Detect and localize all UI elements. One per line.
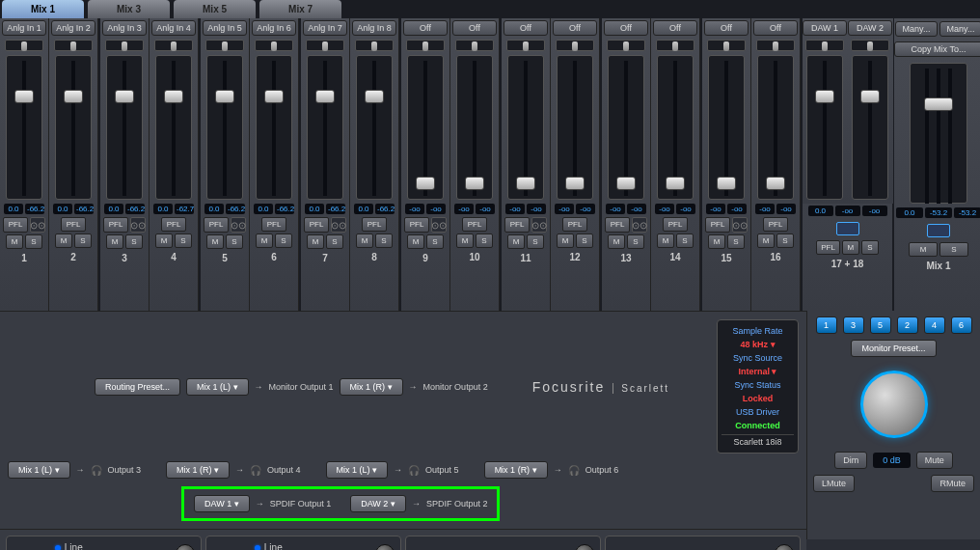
mute-button[interactable]: Mute	[916, 452, 953, 469]
channel-source[interactable]: Anlg In 5	[203, 20, 247, 36]
channel-source[interactable]: Anlg In 8	[352, 20, 396, 36]
pfl-button[interactable]: PFL	[3, 217, 28, 233]
fader[interactable]	[155, 55, 192, 200]
mute-button[interactable]: M	[657, 234, 674, 248]
pfl-button[interactable]: PFL	[705, 217, 730, 233]
pfl-button[interactable]: PFL	[663, 217, 688, 232]
mute-button[interactable]: M	[557, 234, 574, 248]
stereo-link[interactable]: ⊙⊙	[431, 217, 447, 233]
monitor-preset[interactable]: 5	[870, 316, 891, 334]
pan-slider[interactable]	[756, 40, 795, 51]
monitor-preset[interactable]: 6	[951, 316, 972, 334]
channel-source[interactable]: Off	[452, 20, 497, 36]
pan-slider[interactable]	[5, 40, 43, 51]
pan-slider[interactable]	[105, 40, 144, 51]
pfl-button[interactable]: PFL	[605, 217, 630, 233]
pfl-button[interactable]: PFL	[763, 217, 788, 232]
pan-slider[interactable]	[154, 40, 193, 51]
channel-source[interactable]: Anlg In 3	[102, 20, 147, 36]
fader[interactable]	[708, 55, 745, 200]
pad-knob[interactable]	[575, 544, 594, 550]
channel-source[interactable]: Off	[753, 20, 798, 36]
routing-preset-button[interactable]: Routing Preset...	[95, 378, 180, 396]
solo-button[interactable]: S	[226, 234, 243, 249]
monitor-preset[interactable]: 1	[816, 316, 837, 334]
route-source[interactable]: Mix 1 (R) ▾	[484, 461, 548, 479]
route-source[interactable]: Mix 1 (L) ▾	[8, 461, 70, 479]
pan-slider[interactable]	[556, 40, 594, 51]
pan-slider[interactable]	[406, 40, 445, 51]
pan-slider[interactable]	[851, 40, 889, 51]
pfl-button[interactable]: PFL	[504, 217, 530, 233]
mute-button[interactable]: M	[456, 234, 474, 248]
output-select[interactable]: Many...	[895, 21, 938, 37]
pfl-button[interactable]: PFL	[562, 217, 587, 232]
mix-tab[interactable]: Mix 3	[88, 0, 170, 18]
pan-slider[interactable]	[707, 40, 746, 51]
fader[interactable]	[256, 55, 292, 200]
fader[interactable]	[55, 55, 92, 200]
monitor-preset[interactable]: 4	[924, 316, 945, 334]
fader[interactable]	[206, 55, 243, 200]
stereo-link[interactable]: ⊙⊙	[732, 217, 748, 233]
channel-source[interactable]: Off	[504, 20, 548, 36]
route-source[interactable]: Mix 1 (L) ▾	[326, 461, 389, 479]
fader[interactable]	[356, 55, 393, 200]
channel-source[interactable]: Off	[403, 20, 448, 36]
mute-button[interactable]: M	[708, 234, 725, 249]
channel-source[interactable]: Anlg In 2	[51, 20, 95, 36]
monitor-preset[interactable]: 2	[897, 316, 918, 334]
stereo-link[interactable]: ⊙⊙	[231, 217, 246, 233]
solo-button[interactable]: S	[627, 234, 644, 249]
pfl-button[interactable]: PFL	[404, 217, 429, 233]
stereo-link[interactable]	[836, 222, 859, 235]
channel-source[interactable]: Off	[553, 20, 597, 36]
mute-button[interactable]: M	[307, 234, 324, 249]
stereo-link[interactable]: ⊙⊙	[531, 217, 547, 233]
solo-button[interactable]: S	[939, 242, 968, 257]
solo-button[interactable]: S	[25, 234, 42, 249]
solo-button[interactable]: S	[527, 234, 544, 249]
mute-button[interactable]: M	[356, 234, 373, 248]
solo-button[interactable]: S	[74, 234, 92, 248]
mute-button[interactable]: M	[842, 240, 859, 255]
pfl-button[interactable]: PFL	[204, 217, 229, 233]
pfl-button[interactable]: PFL	[61, 217, 86, 232]
fader[interactable]	[557, 55, 593, 200]
pan-slider[interactable]	[355, 40, 394, 51]
monitor-preset[interactable]: 3	[843, 316, 864, 334]
channel-source[interactable]: Off	[653, 20, 697, 36]
pad-knob[interactable]	[176, 544, 195, 550]
pfl-button[interactable]: PFL	[362, 217, 387, 232]
solo-button[interactable]: S	[576, 234, 593, 248]
daw-source[interactable]: DAW 2	[848, 20, 892, 36]
route-source[interactable]: Mix 1 (R) ▾	[166, 461, 230, 479]
mute-button[interactable]: M	[155, 234, 173, 248]
mute-button[interactable]: M	[407, 234, 424, 249]
monitor-volume-knob[interactable]	[860, 371, 928, 438]
pan-slider[interactable]	[455, 40, 494, 51]
copy-mix-button[interactable]: Copy Mix To...	[894, 41, 980, 57]
solo-button[interactable]: S	[776, 234, 794, 248]
mix-tab[interactable]: Mix 7	[259, 0, 341, 18]
pan-slider[interactable]	[255, 40, 293, 51]
led-indicator[interactable]	[255, 545, 260, 551]
fader[interactable]	[757, 55, 794, 200]
dim-button[interactable]: Dim	[834, 452, 867, 469]
route-source[interactable]: Mix 1 (L) ▾	[186, 378, 249, 396]
pad-knob[interactable]	[775, 544, 794, 550]
daw-source[interactable]: DAW 1	[803, 20, 847, 36]
route-source[interactable]: DAW 1 ▾	[194, 495, 250, 512]
mute-button[interactable]: M	[55, 234, 72, 248]
pan-slider[interactable]	[506, 40, 545, 51]
fader[interactable]	[307, 55, 343, 200]
rmute-button[interactable]: RMute	[931, 475, 974, 492]
monitor-preset-button[interactable]: Monitor Preset...	[851, 340, 936, 357]
route-source[interactable]: Mix 1 (R) ▾	[340, 378, 403, 396]
pad-knob[interactable]	[375, 544, 395, 550]
pan-slider[interactable]	[805, 40, 844, 51]
pfl-button[interactable]: PFL	[304, 217, 329, 233]
pfl-button[interactable]: PFL	[462, 217, 487, 232]
channel-source[interactable]: Anlg In 4	[151, 20, 196, 36]
fader[interactable]	[852, 55, 888, 200]
